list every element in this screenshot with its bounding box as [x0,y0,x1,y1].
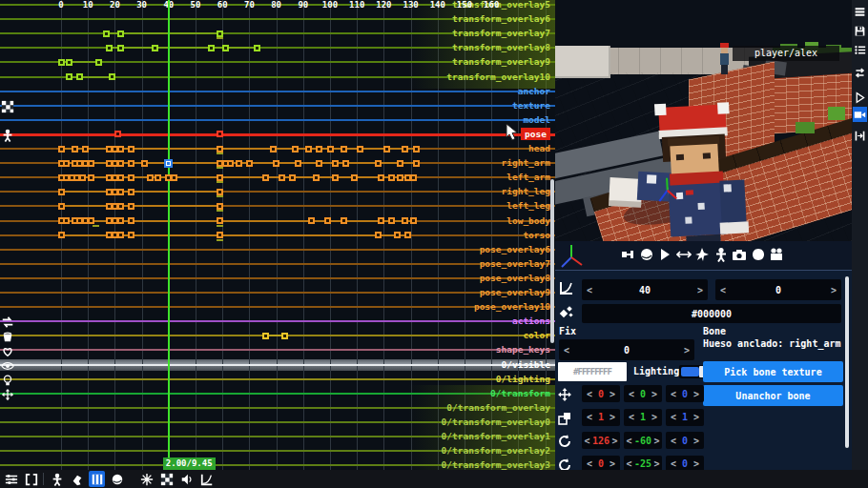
figure-icon[interactable] [1,128,14,141]
keyframe[interactable] [341,146,347,152]
keyframe[interactable] [236,160,242,167]
fix-stepper[interactable]: < 0 > [559,339,694,360]
keyframe[interactable] [117,232,124,238]
keyframe[interactable] [58,146,65,152]
keyframe[interactable] [295,160,301,167]
keyframe[interactable] [292,146,299,152]
track-label-right_arm[interactable]: right_arm [502,156,550,169]
keyframe[interactable] [128,189,134,195]
track-label-0/visible[interactable]: 0/visible [502,358,550,371]
position-z-stepper[interactable]: <0> [666,385,704,402]
keyframe[interactable] [279,174,285,181]
keyframe[interactable] [217,232,223,238]
stepper-left-icon[interactable]: < [715,285,731,295]
keyframe[interactable] [117,189,124,195]
keyframe[interactable] [128,217,134,224]
keyframe[interactable] [128,160,134,167]
track-label-pose_overlay6[interactable]: pose_overlay6 [480,243,550,255]
keyframe[interactable] [147,174,154,181]
keyframe[interactable] [117,217,124,224]
keyframe[interactable] [227,160,234,167]
keyframe[interactable] [103,30,110,37]
keyframe[interactable] [217,189,223,195]
inspector-scrollbar[interactable] [845,276,849,448]
stepper-right-icon[interactable]: > [647,412,662,422]
track-label-transform_overlay6[interactable]: transform_overlay6 [452,12,550,25]
scale-z-stepper[interactable]: <1> [666,409,704,426]
filter-sliders-icon[interactable] [3,471,19,487]
transfer-icon[interactable] [1,315,14,328]
keyframe[interactable] [58,189,65,195]
save-icon[interactable] [853,23,867,38]
texture-tint-field[interactable]: #FFFFFFFF [558,362,627,381]
track-label-pose_overlay10[interactable]: pose_overlay10 [474,300,550,313]
camera-icon[interactable] [732,247,748,263]
stepper-right-icon[interactable]: > [689,436,704,446]
timeline-scrollbar[interactable] [550,179,554,343]
airplane-icon[interactable] [694,247,711,263]
keyframe[interactable] [117,30,124,37]
stepper-left-icon[interactable]: < [582,285,597,295]
keyframe[interactable] [171,174,177,181]
track-label-0/transform_overlay3[interactable]: 0/transform_overlay3 [442,458,550,470]
keyframe[interactable] [413,160,420,167]
position-y-stepper[interactable]: <0> [624,385,662,402]
track-label-low_body[interactable]: low_body [506,214,550,227]
scale-x-value[interactable]: 1 [597,412,605,422]
keyframe[interactable] [152,45,158,51]
keyframe[interactable] [128,146,134,152]
stepper-right-icon[interactable]: > [605,458,620,469]
keyframe[interactable] [88,160,94,167]
keyframe[interactable] [383,146,390,152]
stepper-right-icon[interactable]: > [647,389,662,399]
keyframe[interactable] [117,146,124,152]
frame-ruler[interactable]: 0102030405060708090100110120130140150160 [0,0,555,11]
rotation-x-value[interactable]: 126 [592,436,610,446]
track-label-pose_overlay9[interactable]: pose_overlay9 [480,286,550,298]
keyframe[interactable] [117,160,124,167]
track-label-pose_overlay8[interactable]: pose_overlay8 [480,272,550,284]
bulb-icon[interactable] [1,373,14,386]
viewport-3d[interactable]: player/alex [555,0,852,241]
stepper-left-icon[interactable]: < [666,436,681,446]
keyframe[interactable] [63,217,70,224]
selected-keyframe[interactable] [164,159,173,168]
menu-icon[interactable] [853,4,867,19]
track-label-0/transform_overlay[interactable]: 0/transform_overlay [446,401,550,414]
stepper-right-icon[interactable]: > [651,458,662,469]
figure-icon[interactable] [713,247,730,263]
stepper-left-icon[interactable]: < [624,458,634,469]
keyframe[interactable] [413,146,420,152]
keyframe[interactable] [58,232,65,238]
keyframe[interactable] [394,232,401,238]
position-x-value[interactable]: 0 [597,389,605,399]
keyframe[interactable] [58,59,65,66]
swap-arrows-icon[interactable] [853,65,867,80]
fix-value[interactable]: 0 [574,345,679,356]
character-icon[interactable] [49,471,65,487]
keyframe[interactable] [375,232,382,238]
keyframe[interactable] [141,160,148,167]
keyframe[interactable] [289,174,296,181]
properties-icon[interactable] [853,42,867,57]
bend-y-value[interactable]: -25 [634,458,651,469]
mini-player-figure[interactable] [719,43,730,74]
track-label-head[interactable]: head [528,142,550,154]
rotation-z-stepper[interactable]: <0> [666,432,704,449]
keyframe[interactable] [254,45,260,51]
stepper-right-icon[interactable]: > [610,436,620,446]
stepper-left-icon[interactable]: < [666,458,681,469]
keyframe[interactable] [378,217,384,224]
sphere-tool-icon[interactable] [639,247,655,263]
keyframe[interactable] [217,131,223,137]
move-horizontal-icon[interactable] [676,247,692,263]
keyframe[interactable] [106,45,113,51]
keyframe[interactable] [388,174,395,181]
stepper-right-icon[interactable]: > [689,458,704,469]
frame-stepper[interactable]: < 40 > [582,279,708,300]
keyframe[interactable] [375,160,382,167]
keyframe[interactable] [316,146,322,152]
object-icon[interactable] [109,471,125,487]
blob-icon[interactable] [751,247,767,263]
keyframe[interactable] [66,73,72,80]
